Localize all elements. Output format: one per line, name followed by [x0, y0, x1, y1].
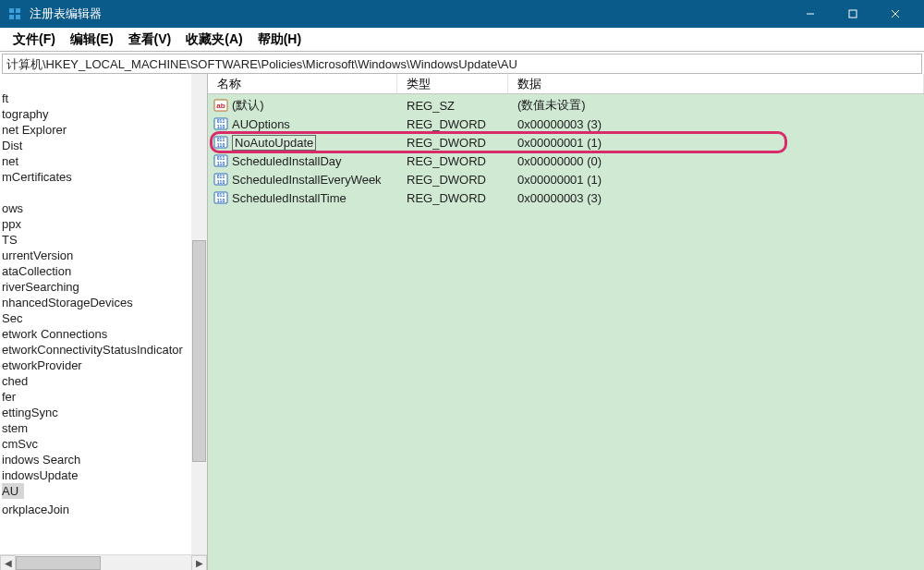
- app-icon: [7, 6, 22, 21]
- tree-item[interactable]: [2, 185, 207, 200]
- svg-text:ab: ab: [216, 102, 225, 110]
- tree-item[interactable]: net: [2, 153, 207, 169]
- tree-item[interactable]: ft: [2, 91, 207, 106]
- menu-favorites[interactable]: 收藏夹(A): [178, 30, 249, 50]
- svg-text:110: 110: [217, 142, 225, 148]
- minimize-button[interactable]: [789, 0, 832, 28]
- tree-item[interactable]: ettingSync: [2, 405, 207, 420]
- tree-panel: fttographynet ExplorerDistnetmCertificat…: [0, 74, 208, 570]
- tree-item[interactable]: net Explorer: [2, 122, 207, 138]
- svg-rect-5: [849, 10, 857, 18]
- menu-view[interactable]: 查看(V): [121, 30, 179, 50]
- scroll-track[interactable]: [16, 555, 191, 571]
- tree-item[interactable]: Sec: [2, 310, 207, 326]
- svg-text:110: 110: [217, 198, 225, 203]
- menu-edit[interactable]: 编辑(E): [63, 30, 121, 50]
- value-type-cell: REG_SZ: [397, 99, 508, 113]
- tree[interactable]: fttographynet ExplorerDistnetmCertificat…: [0, 74, 207, 554]
- tree-item[interactable]: Dist: [2, 138, 207, 153]
- tree-vertical-scroll-thumb[interactable]: [192, 240, 206, 462]
- scroll-right-arrow-icon[interactable]: ▶: [191, 555, 207, 571]
- close-button[interactable]: [874, 0, 917, 28]
- column-header-data[interactable]: 数据: [508, 74, 924, 93]
- tree-item[interactable]: fer: [2, 389, 207, 405]
- tree-item[interactable]: etwork Connections: [2, 326, 207, 342]
- menubar: 文件(F) 编辑(E) 查看(V) 收藏夹(A) 帮助(H): [0, 28, 924, 52]
- value-name: ScheduledInstallEveryWeek: [232, 173, 382, 187]
- value-row[interactable]: 011110ScheduledInstallDayREG_DWORD0x0000…: [208, 152, 924, 170]
- tree-item[interactable]: mCertificates: [2, 169, 207, 185]
- tree-item[interactable]: orkplaceJoin: [2, 502, 207, 517]
- value-name: (默认): [232, 97, 264, 114]
- address-bar[interactable]: 计算机\HKEY_LOCAL_MACHINE\SOFTWARE\Policies…: [2, 54, 922, 74]
- svg-rect-2: [9, 15, 14, 19]
- tree-item[interactable]: stem: [2, 420, 207, 436]
- titlebar[interactable]: 注册表编辑器: [0, 0, 924, 28]
- dword-value-icon: 011110: [213, 153, 228, 168]
- svg-text:110: 110: [217, 161, 225, 166]
- tree-item[interactable]: ched: [2, 373, 207, 389]
- column-header-name[interactable]: 名称: [208, 74, 397, 93]
- tree-item[interactable]: indowsUpdate: [2, 467, 207, 483]
- tree-item[interactable]: nhancedStorageDevices: [2, 295, 207, 310]
- tree-item[interactable]: tography: [2, 106, 207, 122]
- menu-help[interactable]: 帮助(H): [250, 30, 309, 50]
- value-row[interactable]: 011110ScheduledInstallEveryWeekREG_DWORD…: [208, 170, 924, 188]
- value-name: AUOptions: [232, 117, 290, 131]
- column-header-type[interactable]: 类型: [397, 74, 508, 93]
- value-data-cell: 0x00000001 (1): [508, 173, 924, 187]
- tree-item[interactable]: etworkProvider: [2, 358, 207, 373]
- value-type-cell: REG_DWORD: [397, 136, 508, 150]
- tree-item[interactable]: indows Search: [2, 452, 207, 467]
- menu-file[interactable]: 文件(F): [6, 30, 63, 50]
- svg-rect-1: [16, 8, 20, 13]
- dword-value-icon: 011110: [213, 135, 228, 150]
- value-data-cell: 0x00000000 (0): [508, 154, 924, 168]
- value-type-cell: REG_DWORD: [397, 191, 508, 205]
- tree-item[interactable]: ppx: [2, 216, 207, 232]
- value-data-cell: 0x00000003 (3): [508, 117, 924, 131]
- dword-value-icon: 011110: [213, 172, 228, 187]
- tree-horizontal-scroll-thumb[interactable]: [16, 556, 101, 570]
- tree-item[interactable]: ataCollection: [2, 263, 207, 279]
- value-name: ScheduledInstallDay: [232, 154, 342, 168]
- tree-horizontal-scrollbar[interactable]: ◀ ▶: [0, 554, 207, 570]
- maximize-button[interactable]: [832, 0, 874, 28]
- svg-text:110: 110: [217, 124, 225, 129]
- value-data-cell: 0x00000001 (1): [508, 136, 924, 150]
- value-name-cell: ab(默认): [208, 97, 397, 114]
- value-name-cell: 011110AUOptions: [208, 116, 397, 131]
- tree-item[interactable]: riverSearching: [2, 279, 207, 295]
- values-panel: 名称 类型 数据 ab(默认)REG_SZ(数值未设置)011110AUOpti…: [208, 74, 924, 570]
- value-type-cell: REG_DWORD: [397, 154, 508, 168]
- tree-item[interactable]: urrentVersion: [2, 248, 207, 263]
- tree-item-selected[interactable]: AU: [2, 483, 24, 499]
- value-type-cell: REG_DWORD: [397, 117, 508, 131]
- value-name-cell: 011110ScheduledInstallTime: [208, 190, 397, 205]
- values-header: 名称 类型 数据: [208, 74, 924, 94]
- tree-item[interactable]: ows: [2, 200, 207, 216]
- svg-text:110: 110: [217, 179, 225, 185]
- tree-vertical-scrollbar[interactable]: [191, 74, 207, 554]
- svg-rect-3: [16, 15, 20, 19]
- value-row[interactable]: 011110AUOptionsREG_DWORD0x00000003 (3): [208, 115, 924, 133]
- value-name-cell: 011110ScheduledInstallDay: [208, 153, 397, 168]
- value-type-cell: REG_DWORD: [397, 173, 508, 187]
- tree-item[interactable]: TS: [2, 232, 207, 248]
- dword-value-icon: 011110: [213, 116, 228, 131]
- value-name: NoAutoUpdate: [232, 135, 316, 151]
- tree-item[interactable]: cmSvc: [2, 436, 207, 452]
- scroll-left-arrow-icon[interactable]: ◀: [0, 555, 16, 571]
- value-row[interactable]: ab(默认)REG_SZ(数值未设置): [208, 96, 924, 115]
- value-row[interactable]: 011110ScheduledInstallTimeREG_DWORD0x000…: [208, 188, 924, 207]
- value-data-cell: (数值未设置): [508, 97, 924, 114]
- tree-item[interactable]: etworkConnectivityStatusIndicator: [2, 342, 207, 358]
- value-name: ScheduledInstallTime: [232, 191, 346, 205]
- value-name-cell: 011110NoAutoUpdate: [208, 135, 397, 151]
- value-data-cell: 0x00000003 (3): [508, 191, 924, 205]
- body: fttographynet ExplorerDistnetmCertificat…: [0, 74, 924, 570]
- value-name-cell: 011110ScheduledInstallEveryWeek: [208, 172, 397, 187]
- value-row[interactable]: 011110NoAutoUpdateREG_DWORD0x00000001 (1…: [208, 133, 924, 152]
- values-list[interactable]: ab(默认)REG_SZ(数值未设置)011110AUOptionsREG_DW…: [208, 94, 924, 570]
- dword-value-icon: 011110: [213, 190, 228, 205]
